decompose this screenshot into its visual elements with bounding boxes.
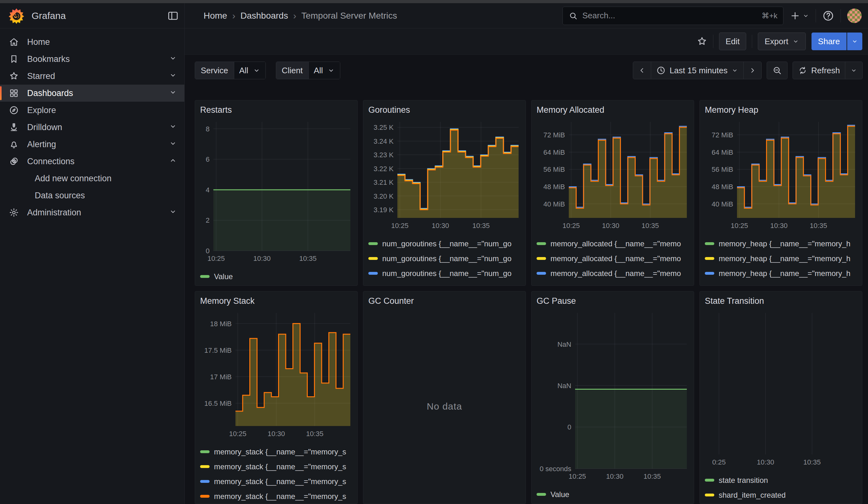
sidebar-item-add-new-connection[interactable]: Add new connection: [0, 170, 184, 187]
legend-label: memory_allocated {__name__="memo: [550, 269, 681, 278]
filter-service: ServiceAll: [195, 62, 266, 79]
refresh-button[interactable]: Refresh: [793, 62, 845, 79]
home-icon: [9, 37, 19, 47]
legend-swatch-icon: [537, 257, 546, 260]
legend-item[interactable]: num_goroutines {__name__="num_go: [368, 236, 520, 251]
sidebar-item-alerting[interactable]: Alerting: [0, 136, 184, 153]
breadcrumb-item[interactable]: Dashboards: [240, 11, 288, 21]
svg-text:10:35: 10:35: [472, 222, 489, 229]
sidebar-item-data-sources[interactable]: Data sources: [0, 187, 184, 204]
legend-item[interactable]: memory_stack {__name__="memory_s: [200, 489, 352, 504]
refresh-label: Refresh: [811, 66, 840, 75]
sidebar-item-starred[interactable]: Starred: [0, 68, 184, 85]
svg-text:3.25 K: 3.25 K: [373, 123, 394, 131]
export-button[interactable]: Export: [758, 32, 806, 50]
chevron-down-icon[interactable]: [168, 54, 178, 64]
svg-text:10:25: 10:25: [569, 472, 586, 480]
sidebar-item-drilldown[interactable]: Drilldown: [0, 119, 184, 136]
bell-icon: [9, 139, 19, 150]
filter-value-dropdown[interactable]: All: [309, 62, 340, 79]
svg-text:10:25: 10:25: [207, 255, 225, 263]
legend-label: Value: [550, 490, 569, 499]
legend-item[interactable]: memory_allocated {__name__="memo: [537, 236, 689, 251]
svg-text:10:30: 10:30: [432, 222, 449, 229]
sidebar-item-dashboards[interactable]: Dashboards: [0, 85, 184, 102]
panel-memory-stack: Memory Stack18 MiB17.5 MiB17 MiB16.5 MiB…: [195, 291, 358, 504]
panel-title[interactable]: Restarts: [200, 104, 352, 118]
sidebar-item-bookmarks[interactable]: Bookmarks: [0, 51, 184, 68]
chevron-down-icon[interactable]: [168, 88, 178, 99]
search-box[interactable]: ⌘+k: [562, 7, 783, 25]
share-dropdown-button[interactable]: [847, 32, 862, 50]
legend-item[interactable]: memory_stack {__name__="memory_s: [200, 459, 352, 474]
legend-item[interactable]: num_goroutines {__name__="num_go: [368, 281, 520, 286]
svg-text:10:30: 10:30: [254, 255, 271, 263]
panel-title[interactable]: Memory Allocated: [537, 104, 689, 118]
chevron-down-icon[interactable]: [168, 207, 178, 218]
legend-item[interactable]: memory_heap {__name__="memory_h: [705, 251, 857, 266]
svg-text:17.5 MiB: 17.5 MiB: [204, 347, 232, 354]
legend-item[interactable]: num_goroutines {__name__="num_go: [368, 266, 520, 281]
svg-text:NaN: NaN: [557, 340, 571, 348]
add-button[interactable]: [790, 10, 809, 21]
panel-legend: num_goroutines {__name__="num_gonum_goro…: [368, 236, 520, 286]
refresh-interval-button[interactable]: [845, 62, 862, 79]
time-back-button[interactable]: [633, 62, 651, 79]
panel-title[interactable]: GC Counter: [368, 295, 520, 309]
panel-title[interactable]: Memory Heap: [705, 104, 857, 118]
legend-item[interactable]: shard_item_created: [705, 487, 857, 502]
panel-gc-counter: GC CounterNo data: [363, 291, 526, 504]
edit-button[interactable]: Edit: [719, 32, 746, 50]
favorite-star-button[interactable]: [696, 36, 707, 47]
legend-item[interactable]: Value: [200, 269, 352, 284]
panel-title[interactable]: GC Pause: [537, 295, 689, 309]
time-forward-button[interactable]: [744, 62, 761, 79]
legend-item[interactable]: memory_allocated {__name__="memo: [537, 281, 689, 286]
refresh-icon: [798, 66, 807, 75]
legend-label: num_goroutines {__name__="num_go: [382, 239, 512, 248]
breadcrumb-separator: ›: [232, 10, 236, 21]
chevron-down-icon[interactable]: [168, 71, 178, 81]
compass-icon: [9, 105, 19, 115]
legend-item[interactable]: state transition: [705, 473, 857, 487]
brand-label: Grafana: [32, 10, 161, 21]
sidebar-item-administration[interactable]: Administration: [0, 204, 184, 221]
legend-item[interactable]: memory_allocated {__name__="memo: [537, 251, 689, 266]
legend-item[interactable]: num_goroutines {__name__="num_go: [368, 251, 520, 266]
panel-legend: memory_stack {__name__="memory_smemory_s…: [200, 444, 352, 504]
sidebar-item-home[interactable]: Home: [0, 33, 184, 51]
legend-item[interactable]: Value: [537, 487, 689, 502]
sidebar-item-connections[interactable]: Connections: [0, 153, 184, 170]
legend-item[interactable]: memory_heap {__name__="memory_h: [705, 236, 857, 251]
panel-state-transition: State Transition0:2510:3010:35state tran…: [700, 291, 862, 504]
chevron-up-icon[interactable]: [168, 156, 178, 167]
panel-title[interactable]: State Transition: [705, 295, 857, 309]
share-button[interactable]: Share: [812, 32, 847, 50]
breadcrumb-separator: ›: [293, 10, 296, 21]
panel-title[interactable]: Memory Stack: [200, 295, 352, 309]
chevron-down-icon[interactable]: [168, 139, 178, 150]
user-avatar[interactable]: [847, 9, 862, 23]
legend-item[interactable]: memory_heap {__name__="memory_h: [705, 266, 857, 281]
collapse-sidebar-button[interactable]: [167, 10, 179, 21]
chevron-down-icon[interactable]: [168, 122, 178, 133]
divider: [752, 35, 752, 48]
legend-item[interactable]: memory_heap {__name__="memory_h: [705, 281, 857, 286]
filter-value-dropdown[interactable]: All: [234, 62, 266, 79]
breadcrumb-item[interactable]: Home: [204, 11, 227, 21]
star-icon: [9, 71, 19, 81]
filter-label: Service: [195, 62, 234, 79]
top-nav: Grafana Home›Dashboards›Temporal Server …: [0, 3, 868, 28]
help-button[interactable]: [822, 10, 834, 22]
sidebar-item-explore[interactable]: Explore: [0, 102, 184, 119]
panel-title[interactable]: Goroutines: [368, 104, 520, 118]
time-range-picker[interactable]: Last 15 minutes: [651, 62, 744, 79]
legend-label: memory_stack {__name__="memory_s: [214, 448, 346, 456]
legend-item[interactable]: memory_stack {__name__="memory_s: [200, 474, 352, 489]
svg-text:8: 8: [206, 125, 209, 133]
legend-item[interactable]: memory_allocated {__name__="memo: [537, 266, 689, 281]
chevron-down-icon: [850, 67, 857, 74]
zoom-out-button[interactable]: [767, 62, 787, 79]
search-input[interactable]: [582, 11, 757, 21]
legend-item[interactable]: memory_stack {__name__="memory_s: [200, 444, 352, 459]
